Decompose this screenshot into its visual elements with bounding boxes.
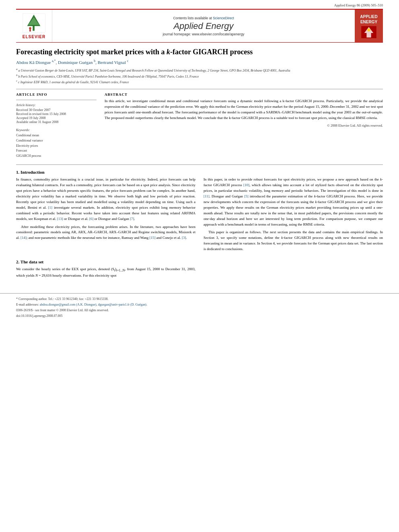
date-online: Available online 31 August 2008 <box>16 120 97 124</box>
keyword-3: Electricity prices <box>16 144 97 149</box>
badge-logo <box>361 26 377 38</box>
abstract-text: In this article, we investigate conditio… <box>105 99 383 121</box>
badge-text: APPLIEDENERGY <box>360 14 377 25</box>
affiliation-c: c Ingénieur EDF R&D, 1 avenue du général… <box>18 80 129 84</box>
keywords-list: Conditional mean Conditional variance El… <box>16 133 97 159</box>
history-label: Article history: <box>16 103 97 107</box>
section2-heading: 2. The data set <box>16 259 383 264</box>
ref-14: [14] <box>21 236 27 240</box>
article-title: Forecasting electricity spot market pric… <box>16 47 383 57</box>
elsevier-graphic <box>21 13 47 33</box>
affiliations: a a Université Gaston Berger de Saint-Lo… <box>16 67 383 85</box>
journal-meta: Applied Energy 86 (2009) 505–510 <box>16 3 383 7</box>
elsevier-text: ELSEVIER <box>23 35 45 39</box>
applied-energy-badge: APPLIEDENERGY <box>355 10 383 42</box>
svg-rect-1 <box>33 26 35 31</box>
email-addresses: abdou.diongue@gmail.com (A.K. Diongue), … <box>40 303 147 306</box>
ref-10: [10] <box>243 183 249 187</box>
section2-col2 <box>204 267 383 281</box>
ref-6: [6] <box>89 217 94 221</box>
journal-title-main: Applied Energy <box>173 21 233 31</box>
ref-13: [13] <box>57 217 63 221</box>
section1-heading: 1. Introduction <box>16 170 383 175</box>
journal-meta-text: Applied Energy 86 (2009) 505–510 <box>334 3 383 7</box>
info-abstract-section: ARTICLE INFO Article history: Received 3… <box>16 92 383 159</box>
page-footer: * Corresponding author. Tel.: +221 33 96… <box>0 293 399 322</box>
article-info-title: ARTICLE INFO <box>16 92 97 97</box>
body-col-left: In finance, commodity price forecasting … <box>16 177 195 255</box>
corresponding-note: * Corresponding author. Tel.: +221 33 96… <box>16 297 383 302</box>
journal-center: Contents lists available at ScienceDirec… <box>52 10 355 42</box>
date-accepted: Accepted 19 July 2008 <box>16 116 97 120</box>
ref-3: [3] <box>182 236 186 240</box>
article-info: ARTICLE INFO Article history: Received 3… <box>16 92 97 159</box>
journal-banner: ELSEVIER Contents lists available at Sci… <box>16 9 383 43</box>
body-col-right: In this paper, in order to provide robus… <box>204 177 383 255</box>
license-line: 0306-2619/$ - see front matter © 2008 El… <box>16 308 383 313</box>
page-wrapper: Applied Energy 86 (2009) 505–510 ELSEVIE <box>0 0 399 322</box>
authors: Abdou Kâ Diongue a,*, Dominique Guégan b… <box>16 59 383 65</box>
svg-rect-5 <box>29 29 31 31</box>
ref-15: [15] <box>150 236 156 240</box>
divider-body <box>16 164 383 165</box>
abstract-title: ABSTRACT <box>105 92 383 97</box>
section2-body: We consider the hourly series of the EEX… <box>16 267 383 281</box>
para-1: In finance, commodity price forecasting … <box>16 177 195 222</box>
journal-homepage: journal homepage: www.elsevier.com/locat… <box>162 32 244 36</box>
para-3: In this paper, in order to provide robus… <box>204 177 383 227</box>
divider-top <box>16 89 383 89</box>
ref-5: [5] <box>244 194 249 198</box>
email-label: E-mail addresses: <box>16 303 39 306</box>
keyword-5: GIGARCH process <box>16 154 97 159</box>
contents-line: Contents lists available at ScienceDirec… <box>173 16 234 20</box>
section1-body: In finance, commodity price forecasting … <box>16 177 383 255</box>
keyword-4: Forecast <box>16 148 97 154</box>
ref-1: [1] <box>48 205 53 210</box>
page-header: Applied Energy 86 (2009) 505–510 ELSEVIE <box>0 0 399 43</box>
ref-7: [7] <box>130 217 134 221</box>
copyright-line: © 2008 Elsevier Ltd. All rights reserved… <box>105 123 383 127</box>
elsevier-logo: ELSEVIER <box>16 10 52 42</box>
svg-point-4 <box>29 27 31 29</box>
keyword-1: Conditional mean <box>16 133 97 138</box>
article-content: Forecasting electricity spot market pric… <box>0 43 399 289</box>
sciencedirect-link[interactable]: ScienceDirect <box>213 16 234 20</box>
email-note: E-mail addresses: abdou.diongue@gmail.co… <box>16 302 383 307</box>
para-2: After modelling these electricity prices… <box>16 224 195 241</box>
keyword-2: Conditional variance <box>16 138 97 144</box>
svg-point-8 <box>367 28 370 31</box>
ref-11: [11] <box>204 194 210 198</box>
abstract-section: ABSTRACT In this article, we investigate… <box>105 92 383 159</box>
para-4: This paper is organized as follows. The … <box>204 230 383 252</box>
date-received: Received 30 October 2007 <box>16 108 97 112</box>
doi-line: doi:10.1016/j.apenergy.2008.07.005 <box>16 314 383 318</box>
section2-text: We consider the hourly series of the EEX… <box>16 267 195 278</box>
affiliation-a: a Université Gaston Berger de Saint-Loui… <box>19 69 290 72</box>
affiliation-b: b Paris School of economics, CES-MSE, Un… <box>19 74 199 78</box>
date-revised: Received in revised form 15 July 2008 <box>16 112 97 116</box>
keywords-label: Keywords: <box>16 128 97 132</box>
info-divider <box>16 100 97 100</box>
section2-col: We consider the hourly series of the EEX… <box>16 267 195 281</box>
